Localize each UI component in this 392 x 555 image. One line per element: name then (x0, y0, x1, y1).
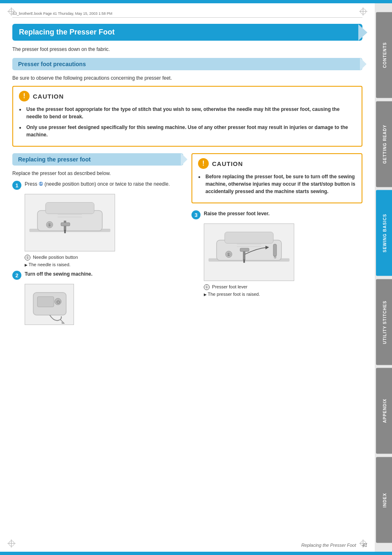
intro-text: The presser foot presses down on the fab… (12, 46, 362, 52)
caution-item-2: Only use presser feet designed specifica… (19, 124, 356, 138)
result-needle: The needle is raised. (25, 262, 183, 267)
right-caution-header: ! CAUTION (198, 158, 356, 169)
step-1-button: ① (39, 181, 43, 187)
step-3-number: 3 (191, 210, 201, 219)
result-lever-text: The presser foot is raised. (208, 292, 260, 297)
svg-rect-5 (64, 230, 66, 233)
replacing-title-text: Replacing the presser foot (18, 156, 91, 163)
lever-illustration: ① ① (204, 223, 294, 281)
annotation-needle-text: Needle position button (33, 255, 78, 260)
machine-off-svg: ⏻ (25, 284, 74, 325)
step-2-number: 2 (12, 271, 21, 280)
step-intro: Replace the presser foot as described be… (12, 170, 183, 176)
caution-items-main: Use the presser foot appropriate for the… (19, 106, 356, 138)
svg-rect-25 (273, 244, 277, 256)
subsection-title: Presser foot precautions (12, 58, 362, 70)
step-1-text-before: Press (25, 181, 39, 187)
svg-rect-21 (243, 260, 245, 263)
svg-text:①: ① (274, 256, 277, 259)
annotation-lever-text: Presser foot lever (212, 284, 247, 289)
step-2: 2 Turn off the sewing machine. (12, 270, 183, 280)
svg-text:⏻: ⏻ (56, 300, 60, 304)
result-lever: The presser foot is raised. (204, 292, 362, 297)
right-caution-title: CAUTION (212, 160, 243, 167)
svg-rect-20 (243, 250, 245, 260)
bottom-bar (0, 552, 392, 555)
right-caution-items: Before replacing the presser foot, be su… (198, 173, 356, 195)
circle-num-1: ① (25, 255, 30, 260)
top-bar (0, 0, 392, 3)
precautions-intro: Be sure to observe the following precaut… (12, 75, 362, 81)
sidebar-tab-contents[interactable]: CONTENTS (376, 12, 392, 98)
step-1-text-after: (needle position button) once or twice t… (44, 181, 170, 187)
replacing-presser-foot-title: Replacing the presser foot (12, 153, 183, 166)
col-left: Replacing the presser foot Replace the p… (12, 153, 183, 328)
two-col-layout: Replacing the presser foot Replace the p… (12, 153, 362, 328)
header-meta: S3_brotherE.book Page 41 Thursday, May 1… (12, 12, 362, 18)
page-footer: Replacing the Presser Foot 41 (301, 543, 367, 548)
section-title: Replacing the Presser Foot (12, 24, 362, 41)
sidebar-tab-appendix[interactable]: APPENDIX (376, 368, 392, 454)
step-3-strong: Raise the presser foot lever. (204, 211, 270, 216)
svg-rect-22 (240, 248, 249, 251)
footer-text: Replacing the Presser Foot (301, 543, 356, 548)
machine-off-illustration: ⏻ (25, 284, 74, 325)
step-3: 3 Raise the presser foot lever. (191, 210, 362, 219)
caution-title: CAUTION (33, 93, 64, 100)
svg-rect-19 (225, 232, 273, 244)
caution-box-main: ! CAUTION Use the presser foot appropria… (12, 86, 362, 147)
step-1-number: 1 (12, 181, 21, 190)
annotation-needle-button: ① Needle position button (25, 255, 183, 260)
sidebar-tab-getting-ready[interactable]: GETTING READY (376, 101, 392, 187)
right-caution-item-1: Before replacing the presser foot, be su… (198, 173, 356, 195)
svg-rect-3 (46, 203, 94, 214)
result-needle-text: The needle is raised. (29, 262, 71, 267)
subsection-title-text: Presser foot precautions (18, 61, 86, 67)
needle-svg: ① (25, 194, 115, 251)
sidebar-tabs: CONTENTS GETTING READY SEWING BASICS UTI… (375, 3, 392, 552)
main-content: S3_brotherE.book Page 41 Thursday, May 1… (0, 3, 375, 552)
caution-header: ! CAUTION (19, 91, 356, 101)
step-1: 1 Press ① (needle position button) once … (12, 180, 183, 190)
sidebar-tab-sewing-basics[interactable]: SEWING BASICS (376, 190, 392, 276)
step-3-text: Raise the presser foot lever. (204, 210, 270, 217)
step-2-strong: Turn off the sewing machine. (25, 271, 92, 277)
lever-svg: ① ① (204, 224, 294, 281)
svg-rect-13 (37, 297, 54, 307)
annotation-presser-lever: ① Presser foot lever (204, 284, 362, 290)
svg-rect-6 (61, 223, 70, 226)
section-title-text: Replacing the Presser Foot (19, 28, 115, 36)
sidebar-tab-utility-stitches[interactable]: UTILITY STITCHES (376, 279, 392, 365)
sidebar-tab-index[interactable]: INDEX (376, 457, 392, 543)
caution-box-right: ! CAUTION Before replacing the presser f… (191, 153, 362, 203)
circle-num-lever: ① (204, 284, 210, 290)
needle-illustration: ① (25, 194, 115, 251)
right-caution-icon: ! (198, 158, 209, 169)
caution-item-1: Use the presser foot appropriate for the… (19, 106, 356, 120)
svg-text:①: ① (48, 223, 51, 227)
footer-page-num: 41 (362, 543, 367, 548)
step-1-text: Press ① (needle position button) once or… (25, 180, 170, 188)
svg-text:①: ① (227, 252, 231, 257)
step-2-text: Turn off the sewing machine. (25, 270, 92, 278)
caution-icon: ! (19, 91, 30, 101)
col-right: ! CAUTION Before replacing the presser f… (191, 153, 362, 328)
